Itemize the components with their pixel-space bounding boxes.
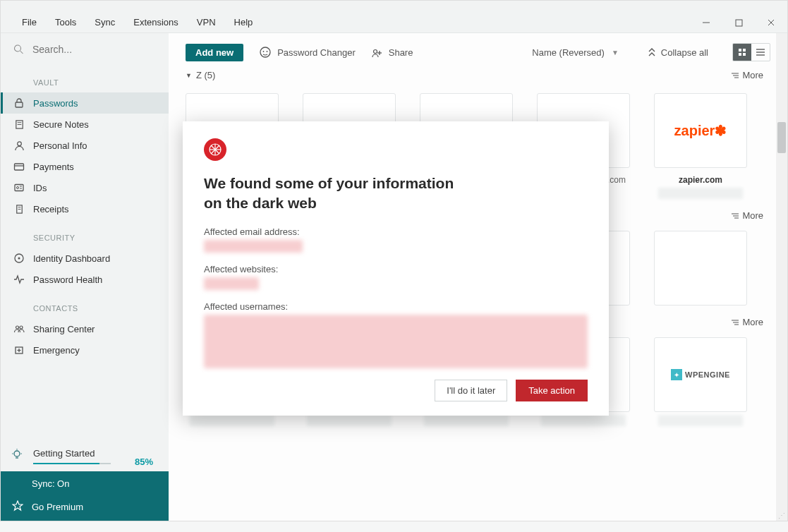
people-icon — [12, 322, 26, 336]
svg-point-4 — [15, 45, 21, 52]
vault-card-zapier[interactable]: zapier✽ zapier.com — [654, 93, 747, 199]
getting-started[interactable]: Getting Started 85% — [1, 441, 169, 471]
sidebar-item-identity-dashboard[interactable]: Identity Dashboard — [1, 248, 169, 269]
more-link[interactable]: More — [731, 317, 763, 327]
sidebar-item-receipts[interactable]: Receipts — [1, 198, 169, 219]
sidebar-item-passwords[interactable]: Passwords — [1, 92, 169, 114]
scrollbar-thumb[interactable] — [777, 122, 786, 153]
svg-point-34 — [263, 51, 265, 52]
card-icon — [12, 159, 26, 174]
go-premium-label: Go Premium — [32, 502, 83, 512]
sidebar-item-label: Sharing Center — [33, 324, 95, 334]
collapse-label: Collapse all — [661, 47, 708, 58]
sidebar-item-personal-info[interactable]: Personal Info — [1, 135, 169, 156]
refresh-face-icon — [259, 46, 272, 59]
more-link[interactable]: More — [731, 70, 763, 80]
menu-tools[interactable]: Tools — [55, 17, 76, 28]
more-icon — [731, 71, 739, 80]
resize-handle[interactable]: ⋰ — [778, 512, 787, 520]
toolbar: Add new Password Changer Share Name (Rev… — [169, 33, 787, 68]
svg-rect-11 — [15, 164, 24, 170]
section-security: SECURITY — [1, 219, 169, 248]
sidebar-item-sharing-center[interactable]: Sharing Center — [1, 318, 169, 339]
password-changer-label: Password Changer — [277, 47, 356, 58]
sort-dropdown[interactable]: Name (Reversed) ▼ — [532, 47, 619, 58]
svg-rect-41 — [739, 53, 741, 56]
svg-point-27 — [14, 451, 20, 457]
sidebar-item-secure-notes[interactable]: Secure Notes — [1, 114, 169, 135]
sidebar-item-label: Personal Info — [33, 140, 87, 151]
card-label: zapier.com — [654, 175, 747, 185]
scrollbar[interactable] — [776, 33, 787, 521]
sidebar-item-label: Emergency — [33, 345, 80, 356]
group-label: Z (5) — [196, 70, 215, 80]
more-icon — [731, 212, 739, 220]
sidebar-item-label: Secure Notes — [33, 119, 89, 130]
card-subtitle — [658, 415, 743, 426]
search-box[interactable] — [1, 33, 169, 64]
menu-vpn[interactable]: VPN — [197, 17, 216, 28]
sidebar-item-password-health[interactable]: Password Health — [1, 269, 169, 290]
sidebar-item-label: Payments — [33, 162, 74, 172]
more-label: More — [742, 70, 763, 80]
grid-icon — [738, 48, 746, 56]
sidebar-item-label: Passwords — [33, 98, 78, 109]
share-link[interactable]: Share — [371, 47, 413, 59]
caret-down-icon: ▼ — [186, 72, 192, 79]
add-new-button[interactable]: Add new — [186, 44, 243, 61]
star-icon — [12, 500, 23, 512]
more-icon — [731, 318, 739, 327]
menu-sync[interactable]: Sync — [95, 17, 115, 28]
view-list-button[interactable] — [751, 44, 770, 61]
share-label: Share — [389, 47, 413, 58]
svg-rect-40 — [743, 49, 746, 52]
card-subtitle — [541, 415, 626, 426]
affected-email-label: Affected email address: — [204, 226, 588, 237]
view-grid-button[interactable] — [733, 44, 751, 61]
chevron-down-icon: ▼ — [612, 49, 619, 56]
group-header[interactable]: ▼ Z (5) More — [169, 68, 787, 86]
window-close-button[interactable] — [755, 12, 787, 33]
svg-point-22 — [16, 326, 19, 329]
svg-point-33 — [260, 47, 270, 57]
list-icon — [756, 48, 765, 56]
sidebar-item-payments[interactable]: Payments — [1, 156, 169, 177]
collapse-all-button[interactable]: Collapse all — [647, 47, 708, 58]
do-it-later-button[interactable]: I'll do it later — [435, 380, 507, 401]
sidebar-item-emergency[interactable]: Emergency — [1, 339, 169, 361]
person-icon — [12, 138, 26, 152]
alert-icon — [204, 138, 226, 161]
lock-icon — [12, 96, 26, 110]
radar-icon — [12, 251, 26, 265]
minimize-icon — [702, 18, 710, 27]
vault-card[interactable] — [654, 231, 747, 306]
menu-file[interactable]: File — [22, 17, 37, 28]
window-maximize-button[interactable] — [722, 12, 755, 33]
note-icon — [12, 117, 26, 131]
redacted-websites — [204, 277, 259, 290]
password-changer-link[interactable]: Password Changer — [259, 46, 356, 59]
window-minimize-button[interactable] — [690, 12, 722, 33]
search-icon — [13, 43, 24, 56]
vault-card-wpengine[interactable]: ✦WPENGINE — [654, 337, 747, 426]
section-vault: VAULT — [1, 64, 169, 92]
view-toggle — [732, 43, 770, 61]
affected-websites-label: Affected websites: — [204, 264, 588, 274]
go-premium[interactable]: Go Premium — [1, 496, 169, 521]
modal-title: We found some of your information on the… — [204, 174, 588, 214]
sidebar-item-label: IDs — [33, 183, 47, 193]
sidebar-item-ids[interactable]: IDs — [1, 177, 169, 198]
menu-extensions[interactable]: Extensions — [133, 17, 178, 28]
menu-help[interactable]: Help — [234, 17, 253, 28]
more-label: More — [742, 210, 763, 221]
svg-point-21 — [18, 258, 20, 260]
search-input[interactable] — [32, 44, 156, 55]
more-link[interactable]: More — [731, 210, 763, 221]
card-subtitle — [190, 415, 274, 426]
svg-rect-1 — [736, 20, 742, 26]
menubar: File Tools Sync Extensions VPN Help — [1, 12, 787, 33]
sync-status[interactable]: Sync: On — [1, 471, 169, 496]
svg-point-35 — [267, 51, 268, 52]
take-action-button[interactable]: Take action — [516, 380, 588, 401]
card-subtitle — [658, 188, 743, 199]
